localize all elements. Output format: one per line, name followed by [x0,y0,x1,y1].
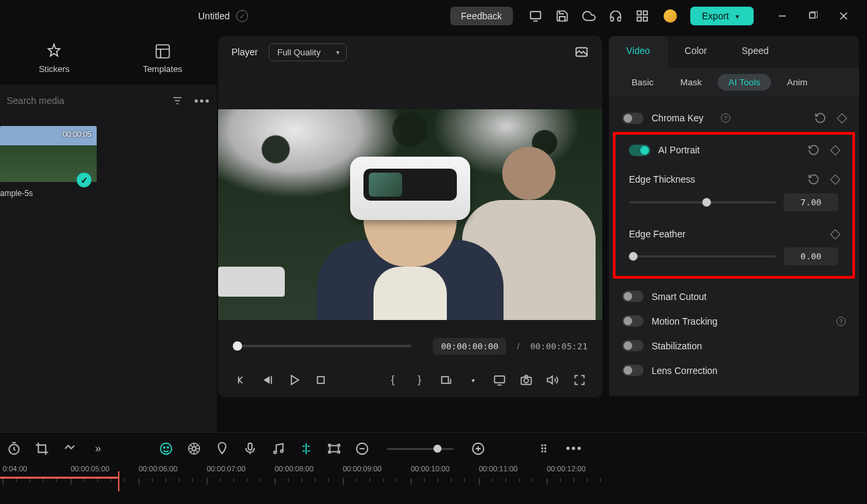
audio-icon[interactable] [271,441,285,456]
expand-icon[interactable]: » [91,441,105,456]
search-input[interactable] [5,91,166,110]
user-avatar[interactable] [664,9,677,23]
quality-select[interactable]: Full Quality▾ [269,43,347,61]
keyframe-icon[interactable] [830,229,841,239]
tab-stickers[interactable]: Stickers [0,37,109,79]
smart-cutout-label: Smart Cutout [652,291,846,302]
templates-icon [154,43,171,60]
svg-point-16 [163,447,165,448]
tab-speed[interactable]: Speed [724,36,786,68]
tab-video[interactable]: Video [609,36,668,68]
reset-icon[interactable] [808,144,820,156]
preview-panel: Player Full Quality▾ 00:00:00:00 / 00:00… [217,32,604,432]
speed-ramp-icon[interactable] [63,441,77,456]
mic-icon[interactable] [243,441,257,456]
stabilization-row: Stabilization [609,333,859,358]
tab-templates[interactable]: Templates [109,37,217,79]
timeline-ruler[interactable]: 0:04:0000:00:05:0000:00:06:0000:00:07:00… [0,465,867,491]
preview-scrubber[interactable] [233,345,411,347]
subtab-anim[interactable]: Anim [776,74,818,91]
maximize-button[interactable] [808,11,818,21]
keyframe-icon[interactable] [837,113,848,123]
close-button[interactable] [839,11,848,21]
volume-icon[interactable] [546,373,560,387]
ai-portrait-toggle[interactable] [629,145,650,156]
ai-portrait-highlight: AI Portrait Edge Thickness 7.00 Edge Fea… [613,132,855,279]
svg-point-13 [524,379,529,383]
svg-rect-27 [542,447,544,449]
ai-face-icon[interactable] [159,441,173,456]
chroma-key-toggle[interactable] [622,113,644,124]
reset-icon[interactable] [808,173,820,185]
fullscreen-icon[interactable] [573,373,586,387]
ruler-mark: 00:00:10:00 [411,465,479,473]
save-icon[interactable] [556,9,569,23]
zoom-out-button[interactable] [355,441,369,456]
camera-icon[interactable] [520,373,533,387]
export-button[interactable]: Export▾ [690,7,754,25]
edge-thickness-slider[interactable] [629,201,776,203]
timer-icon[interactable] [7,441,21,456]
minimize-button[interactable] [778,11,787,21]
group-icon[interactable] [327,441,341,456]
help-icon[interactable]: ? [836,317,846,326]
ruler-mark: 00:00:06:00 [139,465,207,473]
clip-thumbnail: 00:00:05 ✓ [0,126,97,182]
reset-icon[interactable] [814,112,826,124]
subtab-basic[interactable]: Basic [621,74,664,91]
feedback-button[interactable]: Feedback [450,7,512,25]
prev-frame-button[interactable] [234,373,247,387]
edge-thickness-label: Edge Thickness [629,174,796,185]
mark-in-button[interactable]: { [386,373,399,387]
svg-rect-3 [637,17,641,21]
keyframe-icon[interactable] [830,174,841,185]
more-icon[interactable]: ••• [567,441,582,456]
zoom-in-button[interactable] [471,441,486,456]
subtab-ai-tools[interactable]: AI Tools [718,74,771,91]
edge-feather-slider[interactable] [629,255,776,257]
clip-duration: 00:00:05 [63,130,91,138]
render-preview-button[interactable] [493,373,506,387]
duration-timecode: 00:00:05:21 [530,341,588,351]
chroma-key-row: Chroma Key ? [609,105,859,131]
step-back-button[interactable] [261,373,274,387]
crop-ratio-button[interactable] [440,373,453,387]
playhead[interactable] [0,477,119,479]
help-icon[interactable] [609,9,622,23]
inspector-panel: Video Color Speed Basic Mask AI Tools An… [604,32,867,432]
more-icon[interactable]: ••• [194,95,206,107]
crop-icon[interactable] [35,441,49,456]
smart-cutout-toggle[interactable] [622,291,644,302]
zoom-slider[interactable] [387,448,454,450]
svg-rect-1 [637,11,641,15]
play-button[interactable] [287,373,301,387]
tab-color[interactable]: Color [668,36,724,68]
edge-feather-label: Edge Feather [629,229,820,239]
keyframe-icon[interactable] [830,145,841,155]
mark-out-button[interactable]: } [413,373,426,387]
display-icon[interactable] [529,9,542,23]
color-wheel-icon[interactable] [187,441,201,456]
media-clip[interactable]: 00:00:05 ✓ ample-5s [0,126,97,198]
subtab-mask[interactable]: Mask [670,74,712,91]
motion-tracking-toggle[interactable] [622,315,644,327]
split-icon[interactable] [299,441,313,456]
svg-rect-9 [317,377,324,383]
stop-button[interactable] [314,373,327,387]
edge-thickness-value[interactable]: 7.00 [784,193,838,211]
track-options-icon[interactable] [539,441,554,456]
preview-viewport[interactable] [218,68,602,329]
snapshot-icon[interactable] [574,45,589,59]
ruler-mark: 00:00:09:00 [343,465,411,473]
help-icon[interactable]: ? [721,113,730,123]
filter-icon[interactable] [171,95,183,107]
edge-feather-value[interactable]: 0.00 [784,247,838,265]
marker-icon[interactable] [215,441,229,456]
apps-icon[interactable] [636,9,649,23]
lens-correction-toggle[interactable] [622,365,644,376]
svg-rect-0 [530,11,540,19]
stabilization-toggle[interactable] [622,340,644,351]
chevron-down-icon[interactable]: ▾ [466,373,480,387]
cloud-icon[interactable] [582,9,596,23]
svg-rect-11 [495,376,505,383]
